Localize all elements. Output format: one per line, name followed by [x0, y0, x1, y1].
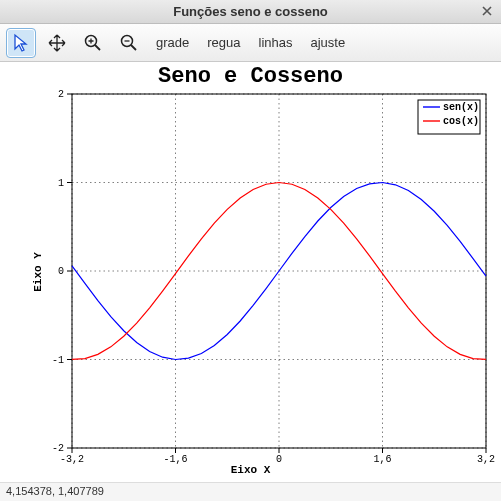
- window-title: Funções seno e cosseno: [0, 4, 501, 19]
- cursor-coords: 4,154378, 1,407789: [6, 485, 104, 497]
- window-titlebar: Funções seno e cosseno: [0, 0, 501, 24]
- zoom-out-button[interactable]: [114, 28, 144, 58]
- svg-text:2: 2: [58, 89, 64, 100]
- plot-area[interactable]: Seno e Cosseno Eixo Y Eixo X -3,2-1,601,…: [0, 62, 501, 482]
- pointer-tool-button[interactable]: [6, 28, 36, 58]
- svg-text:sen(x): sen(x): [443, 102, 479, 113]
- pan-tool-button[interactable]: [42, 28, 72, 58]
- toolbar: grade regua linhas ajuste: [0, 24, 501, 62]
- svg-text:-1,6: -1,6: [163, 454, 187, 465]
- svg-text:3,2: 3,2: [477, 454, 495, 465]
- svg-text:-2: -2: [52, 443, 64, 454]
- svg-text:1,6: 1,6: [373, 454, 391, 465]
- svg-text:0: 0: [276, 454, 282, 465]
- svg-text:-1: -1: [52, 355, 64, 366]
- svg-text:0: 0: [58, 266, 64, 277]
- grade-button[interactable]: grade: [150, 31, 195, 54]
- chart-svg: -3,2-1,601,63,2-2-1012sen(x)cos(x): [0, 62, 501, 482]
- close-icon[interactable]: [479, 3, 495, 19]
- svg-text:-3,2: -3,2: [60, 454, 84, 465]
- svg-text:cos(x): cos(x): [443, 116, 479, 127]
- zoom-in-button[interactable]: [78, 28, 108, 58]
- statusbar: 4,154378, 1,407789: [0, 482, 501, 501]
- regua-button[interactable]: regua: [201, 31, 246, 54]
- linhas-button[interactable]: linhas: [253, 31, 299, 54]
- svg-text:1: 1: [58, 178, 64, 189]
- ajuste-button[interactable]: ajuste: [304, 31, 351, 54]
